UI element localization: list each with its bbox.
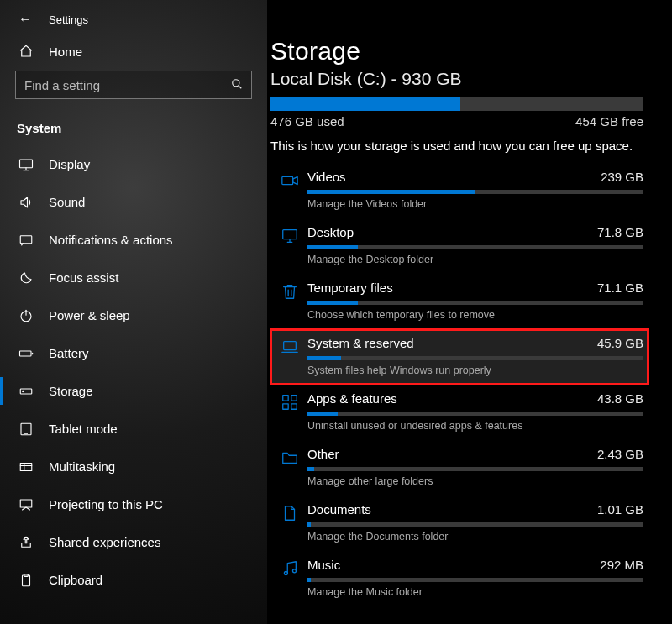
back-button[interactable]: ←: [18, 12, 32, 27]
storage-description: This is how your storage is used and how…: [270, 139, 652, 153]
sidebar-item-storage[interactable]: Storage: [0, 372, 267, 410]
category-bar: [307, 356, 643, 360]
category-bar: [307, 578, 643, 582]
home-nav[interactable]: Home: [0, 32, 267, 67]
category-size: 2.43 GB: [597, 447, 643, 461]
sidebar-item-power[interactable]: Power & sleep: [0, 296, 267, 334]
section-label: System: [0, 106, 267, 145]
disk-bar: [270, 97, 643, 111]
svg-rect-4: [20, 351, 32, 356]
svg-rect-9: [20, 500, 32, 507]
battery-icon: [18, 346, 34, 361]
search-icon: [231, 78, 243, 92]
folder-icon: [276, 447, 304, 467]
category-bar: [307, 467, 643, 471]
sidebar-item-label: Battery: [49, 346, 89, 360]
category-name: Apps & features: [307, 391, 397, 406]
sidebar-item-label: Storage: [49, 384, 93, 398]
category-size: 71.1 GB: [597, 281, 643, 295]
sidebar-item-label: Display: [49, 157, 90, 171]
svg-rect-8: [20, 463, 32, 470]
search-wrap: [0, 67, 267, 106]
clipboard-icon: [18, 573, 34, 588]
main-panel: Storage Local Disk (C:) - 930 GB 476 GB …: [267, 0, 672, 624]
category-name: Other: [307, 447, 339, 461]
category-temp[interactable]: Temporary files71.1 GBChoose which tempo…: [270, 274, 648, 329]
category-name: Desktop: [307, 225, 354, 239]
desktop-icon: [276, 225, 304, 245]
sidebar-item-label: Multitasking: [49, 459, 115, 474]
settings-sidebar: ← Settings Home System DisplaySoundNotif…: [0, 0, 267, 624]
svg-rect-15: [283, 396, 288, 401]
category-subtext: System files help Windows run properly: [307, 364, 643, 376]
svg-rect-13: [283, 230, 297, 239]
svg-rect-12: [282, 176, 293, 184]
monitor-icon: [18, 157, 34, 172]
sidebar-item-shared[interactable]: Shared experiences: [0, 523, 267, 561]
home-label: Home: [49, 45, 82, 59]
svg-point-20: [292, 569, 296, 573]
category-subtext: Manage the Documents folder: [307, 531, 643, 543]
video-icon: [276, 170, 304, 190]
music-icon: [276, 558, 304, 578]
category-bar-fill: [307, 467, 314, 471]
disk-free-text: 454 GB free: [575, 114, 643, 128]
category-size: 43.8 GB: [597, 391, 643, 406]
disk-label: Local Disk (C:) - 930 GB: [270, 69, 652, 89]
category-bar: [307, 245, 643, 249]
category-size: 1.01 GB: [597, 502, 643, 517]
svg-rect-17: [283, 404, 288, 409]
category-bar-fill: [307, 578, 311, 582]
category-other[interactable]: Other2.43 GBManage other large folders: [270, 440, 648, 496]
sidebar-item-label: Notifications & actions: [49, 233, 173, 247]
category-videos[interactable]: Videos239 GBManage the Videos folder: [270, 163, 648, 218]
sidebar-item-tablet[interactable]: Tablet mode: [0, 410, 267, 448]
sidebar-item-label: Clipboard: [49, 573, 102, 587]
search-box[interactable]: [15, 71, 252, 99]
category-apps[interactable]: Apps & features43.8 GBUninstall unused o…: [270, 385, 648, 440]
sidebar-item-projecting[interactable]: Projecting to this PC: [0, 485, 267, 523]
sidebar-item-battery[interactable]: Battery: [0, 334, 267, 372]
multitask-icon: [18, 459, 34, 475]
sidebar-item-sound[interactable]: Sound: [0, 183, 267, 221]
category-documents[interactable]: Documents1.01 GBManage the Documents fol…: [270, 496, 648, 551]
svg-point-6: [23, 391, 24, 391]
category-music[interactable]: Music292 MBManage the Music folder: [270, 551, 648, 606]
sidebar-item-label: Sound: [49, 195, 85, 209]
category-subtext: Manage the Desktop folder: [307, 254, 643, 265]
category-subtext: Choose which temporary files to remove: [307, 309, 643, 321]
disk-used-text: 476 GB used: [270, 114, 344, 128]
laptop-icon: [276, 336, 304, 356]
category-desktop[interactable]: Desktop71.8 GBManage the Desktop folder: [270, 218, 648, 274]
sidebar-item-multitask[interactable]: Multitasking: [0, 448, 267, 485]
category-size: 292 MB: [600, 558, 643, 572]
sidebar-item-label: Shared experiences: [49, 535, 160, 549]
category-name: Temporary files: [307, 281, 393, 295]
sidebar-item-focus[interactable]: Focus assist: [0, 259, 267, 296]
sidebar-item-display[interactable]: Display: [0, 145, 267, 183]
disk-bar-fill: [270, 97, 460, 111]
category-system[interactable]: System & reserved45.9 GBSystem files hel…: [270, 329, 648, 385]
sidebar-item-label: Power & sleep: [49, 308, 130, 322]
project-icon: [18, 497, 34, 512]
category-bar-fill: [307, 412, 338, 416]
category-name: System & reserved: [307, 336, 414, 350]
category-name: Videos: [307, 170, 346, 184]
category-bar: [307, 522, 643, 527]
sidebar-item-label: Tablet mode: [49, 422, 118, 436]
page-title: Storage: [270, 37, 652, 66]
category-bar-fill: [307, 356, 341, 360]
sidebar-nav: DisplaySoundNotifications & actionsFocus…: [0, 145, 267, 599]
category-bar: [307, 190, 643, 194]
tablet-icon: [18, 422, 34, 437]
category-subtext: Manage the Music folder: [307, 586, 643, 598]
sidebar-item-label: Projecting to this PC: [49, 497, 163, 511]
category-subtext: Manage the Videos folder: [307, 198, 643, 210]
sidebar-item-notifications[interactable]: Notifications & actions: [0, 221, 267, 259]
svg-point-19: [284, 571, 287, 574]
sidebar-item-label: Focus assist: [49, 270, 118, 285]
search-input[interactable]: [24, 78, 226, 92]
sidebar-item-clipboard[interactable]: Clipboard: [0, 561, 267, 599]
svg-rect-14: [284, 342, 297, 350]
category-bar: [307, 301, 643, 305]
